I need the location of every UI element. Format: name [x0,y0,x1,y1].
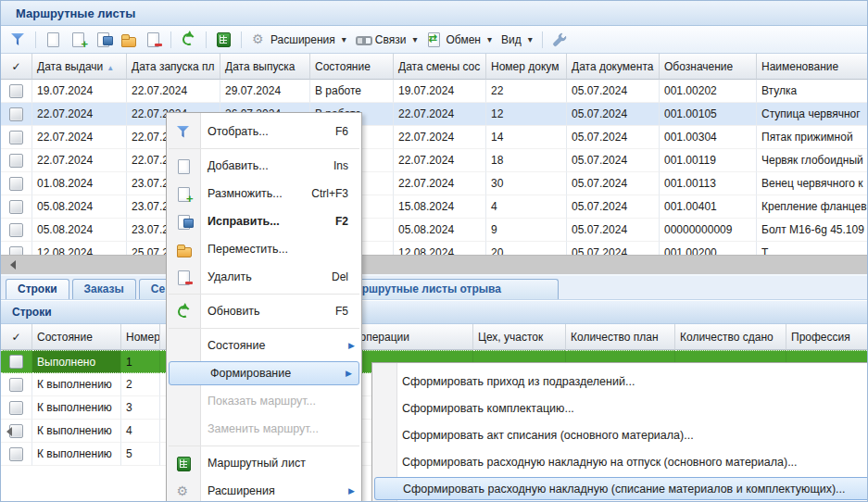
column-header-row-number[interactable]: Номер [121,324,160,350]
column-header-state-change-date[interactable]: Дата смены сос [394,54,486,80]
context-menu-item[interactable]: Переместить... [167,235,361,263]
context-menu-item[interactable]: Формирование [169,361,359,385]
context-menu-item[interactable]: Отобрать... F6 [167,118,361,145]
context-menu-item[interactable] [167,145,361,152]
context-menu-item[interactable]: Расширения [167,477,361,502]
bottom-tab[interactable]: Маршрутные листы отрыва [334,279,559,299]
row-check-cell [1,443,32,466]
column-header-shop-area[interactable]: Цех, участок [473,324,566,350]
edit-button[interactable] [92,30,115,49]
column-header-doc-number[interactable]: Номер докум [486,54,567,80]
column-header-name[interactable]: Наименование [757,54,867,80]
cell-start-date: 22.07.2024 [127,80,220,103]
row-checkbox[interactable] [9,401,23,415]
cell-doc-date: 05.07.2024 [567,80,660,103]
context-menu-item[interactable]: Исправить... F2 [167,207,361,235]
context-menu-item[interactable]: Маршрутный лист [167,449,361,477]
column-header-release-date[interactable]: Дата выпуска [220,54,310,80]
extensions-dropdown[interactable]: Расширения [247,30,350,49]
submenu-item[interactable]: Сформировать комплектацию... [372,395,868,421]
formation-submenu: Сформировать приход из подразделений... … [371,362,868,502]
chain-icon [356,31,371,47]
cell-name: Втулка [757,80,867,103]
submenu-item[interactable]: Сформировать приход из подразделений... [372,368,868,395]
route-sheet-row[interactable]: 05.08.2024 23.07.2024 05.08.2024 9 05.07… [1,219,867,242]
column-header-qty-done[interactable]: Количество сдано [675,324,786,350]
excel-export-button[interactable] [212,30,235,49]
delete-button[interactable] [142,30,165,49]
column-header-doc-date[interactable]: Дата документа [567,54,660,80]
column-header-row-state[interactable]: Состояние [32,324,121,350]
row-checkbox[interactable] [9,107,23,121]
row-checkbox[interactable] [9,223,23,237]
context-menu-item[interactable]: Размножить... Ctrl+F3 [167,180,361,207]
context-menu-item[interactable]: Удалить Del [167,263,361,291]
row-checkbox[interactable] [9,447,23,461]
column-header-issue-date[interactable]: Дата выдачи [32,54,127,80]
context-menu-item[interactable]: Показать маршрут... [167,387,361,415]
row-checkbox[interactable] [9,355,23,369]
row-checkbox[interactable] [9,200,23,214]
route-sheet-row[interactable]: 12.08.2024 25.07.2024 12.08.2024 20 05.0… [1,242,867,255]
context-menu-item[interactable]: Обновить F5 [167,297,361,325]
context-menu-item[interactable] [167,325,361,332]
check-column-header[interactable]: ✓ [1,324,32,350]
submenu-item[interactable]: Сформировать расходную накладную (списан… [374,477,868,500]
move-button[interactable] [117,30,140,49]
column-header-profession[interactable]: Профессия [786,324,867,350]
route-sheets-table: ✓ Дата выдачи Дата запуска пл Дата выпус… [1,54,867,255]
route-sheet-row[interactable]: 01.08.2024 23.07.2024 22.07.2024 30 05.0… [1,172,867,195]
view-dropdown[interactable]: Вид [497,31,536,48]
row-checkbox[interactable] [9,84,23,98]
settings-wrench-button[interactable] [548,31,571,49]
refresh-button[interactable] [177,30,200,49]
exchange-dropdown[interactable]: Обмен [422,30,496,49]
bottom-tab[interactable]: Строки [6,279,69,299]
check-column-header[interactable]: ✓ [1,54,32,80]
top-table-header-row: ✓ Дата выдачи Дата запуска пл Дата выпус… [1,54,867,80]
add-button[interactable] [42,30,65,49]
context-menu-item[interactable] [167,443,361,449]
context-menu-item[interactable]: Добавить... Ins [167,152,361,180]
tab-label: Заказы [84,282,124,295]
cell-row-state: К выполнению [32,443,121,466]
cell-release-date: 29.07.2024 [220,80,310,103]
links-dropdown[interactable]: Связи [352,30,421,49]
bottom-scroll-left-arrow-icon[interactable] [2,427,12,436]
menu-icon-gutter [167,158,200,174]
cell-issue-date: 22.07.2024 [32,126,127,149]
column-header-state[interactable]: Состояние [310,54,394,80]
cell-issue-date: 05.08.2024 [32,219,127,242]
route-sheet-row[interactable]: 19.07.2024 22.07.2024 29.07.2024 В работ… [1,80,867,103]
context-menu-item[interactable] [167,291,361,297]
route-sheet-row[interactable]: 22.07.2024 22.07.2024 22.07.2024 14 05.0… [1,126,867,149]
row-check-cell [1,350,32,373]
route-sheet-row[interactable]: 22.07.2024 22.07.2024 26.07.2024 В работ… [1,103,867,126]
cell-name: Венец червячного к [757,172,867,195]
context-menu-item[interactable]: Состояние [167,332,361,359]
scroll-left-arrow-icon[interactable] [6,260,16,270]
submenu-item[interactable]: Сформировать акт списания (основного мат… [372,421,868,448]
submenu-item-label: Сформировать расходную накладную (списан… [375,483,846,496]
excel-icon [176,456,192,471]
column-header-qty-plan[interactable]: Количество план [566,324,675,350]
row-checkbox[interactable] [9,177,23,191]
submenu-item[interactable]: Сформировать расходную накладную на отпу… [372,448,868,475]
row-checkbox[interactable] [9,378,23,392]
row-checkbox[interactable] [9,154,23,168]
row-checkbox[interactable] [9,246,23,255]
toolbar-separator [241,31,242,48]
bottom-tab[interactable]: Заказы [72,279,136,299]
filter-button[interactable] [6,30,30,49]
route-sheet-row[interactable]: 22.07.2024 22.07.2024 22.07.2024 18 05.0… [1,149,867,172]
column-header-designation[interactable]: Обозначение [660,54,757,80]
excel-icon [216,31,232,47]
column-header-start-date[interactable]: Дата запуска пл [127,54,220,80]
row-checkbox[interactable] [9,131,23,144]
route-sheet-row[interactable]: 05.08.2024 23.07.2024 15.08.2024 4 05.07… [1,195,867,219]
window-titlebar: Маршрутные листы [1,1,867,26]
context-menu-item[interactable]: Заменить маршрут... [167,415,361,443]
cell-designation: 001.00105 [660,103,757,126]
horizontal-scrollbar[interactable] [1,255,867,276]
duplicate-button[interactable] [67,30,90,49]
